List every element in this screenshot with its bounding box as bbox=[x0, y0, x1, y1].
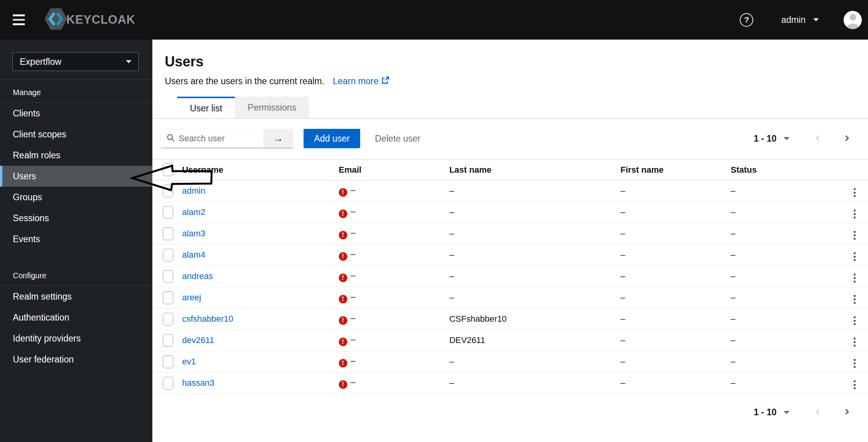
sidebar-item-events[interactable]: Events bbox=[0, 229, 152, 250]
kebab-menu-button[interactable] bbox=[850, 335, 859, 349]
last-name-value: – bbox=[449, 378, 454, 388]
user-menu-dropdown[interactable]: admin bbox=[781, 15, 819, 25]
exclamation-circle-icon bbox=[339, 274, 347, 282]
first-name-value: – bbox=[620, 357, 625, 366]
username-link[interactable]: alam2 bbox=[182, 207, 205, 217]
pagination-bottom: 1 - 10 bbox=[754, 406, 852, 419]
delete-user-button[interactable]: Delete user bbox=[375, 133, 421, 144]
sidebar-item-realm-settings[interactable]: Realm settings bbox=[0, 286, 152, 307]
tab-user-list[interactable]: User list bbox=[177, 97, 235, 118]
column-email: Email bbox=[339, 159, 449, 180]
table-row: ev1 – – – – bbox=[152, 351, 868, 373]
page-description: Users are the users in the current realm… bbox=[165, 76, 324, 87]
email-value: – bbox=[351, 228, 355, 237]
pagination-range-toggle[interactable]: 1 - 10 bbox=[754, 133, 790, 144]
pagination-prev-button[interactable] bbox=[812, 406, 824, 419]
learn-more-link[interactable]: Learn more bbox=[333, 76, 390, 87]
last-name-value: – bbox=[449, 229, 454, 238]
sidebar-item-identity-providers[interactable]: Identity providers bbox=[0, 328, 152, 349]
sidebar: Expertflow Manage Clients Client scopes … bbox=[0, 40, 152, 442]
first-name-value: – bbox=[620, 293, 625, 302]
realm-name: Expertflow bbox=[20, 57, 61, 67]
realm-selector[interactable]: Expertflow bbox=[12, 52, 139, 71]
row-checkbox[interactable] bbox=[163, 227, 173, 240]
row-checkbox[interactable] bbox=[163, 313, 173, 326]
username-link[interactable]: admin bbox=[182, 186, 205, 196]
kebab-menu-button[interactable] bbox=[850, 250, 859, 263]
pagination-range: 1 - 10 bbox=[754, 407, 777, 418]
kebab-menu-button[interactable] bbox=[850, 229, 859, 242]
username-link[interactable]: hassan3 bbox=[182, 378, 214, 388]
row-checkbox[interactable] bbox=[163, 249, 173, 262]
row-checkbox[interactable] bbox=[163, 377, 173, 390]
sidebar-item-sessions[interactable]: Sessions bbox=[0, 208, 152, 229]
main-content: Users Users are the users in the current… bbox=[152, 40, 868, 442]
sidebar-item-groups[interactable]: Groups bbox=[0, 187, 152, 208]
search-submit-arrow-icon[interactable]: → bbox=[263, 129, 293, 148]
exclamation-circle-icon bbox=[339, 338, 347, 346]
column-last-name: Last name bbox=[449, 159, 621, 180]
sidebar-item-authentication[interactable]: Authentication bbox=[0, 307, 152, 328]
row-checkbox[interactable] bbox=[163, 355, 173, 368]
email-value: – bbox=[351, 335, 355, 344]
exclamation-circle-icon bbox=[339, 316, 347, 325]
last-name-value: – bbox=[449, 271, 454, 281]
kebab-menu-button[interactable] bbox=[850, 207, 859, 221]
username-link[interactable]: csfshabber10 bbox=[182, 314, 233, 324]
kebab-menu-button[interactable] bbox=[850, 186, 859, 199]
sidebar-item-client-scopes[interactable]: Client scopes bbox=[0, 124, 152, 145]
current-username: admin bbox=[781, 15, 806, 25]
keycloak-logo[interactable]: KEYCLOAK bbox=[44, 8, 135, 32]
sidebar-item-realm-roles[interactable]: Realm roles bbox=[0, 145, 152, 166]
username-link[interactable]: alam4 bbox=[182, 250, 205, 260]
tab-permissions[interactable]: Permissions bbox=[235, 97, 309, 118]
pagination-range-toggle[interactable]: 1 - 10 bbox=[754, 407, 790, 418]
username-link[interactable]: dev2611 bbox=[182, 335, 214, 345]
exclamation-circle-icon bbox=[339, 252, 347, 261]
status-value: – bbox=[731, 186, 735, 196]
first-name-value: – bbox=[620, 186, 625, 196]
last-name-value: – bbox=[449, 357, 454, 366]
caret-down-icon bbox=[813, 18, 819, 21]
kebab-menu-button[interactable] bbox=[850, 271, 859, 285]
table-row: alam2 – – – – bbox=[152, 202, 868, 223]
row-checkbox[interactable] bbox=[163, 270, 173, 283]
sidebar-item-users[interactable]: Users bbox=[0, 166, 152, 187]
add-user-button[interactable]: Add user bbox=[304, 129, 360, 148]
pagination-prev-button[interactable] bbox=[812, 132, 824, 146]
email-value: – bbox=[351, 356, 355, 366]
email-value: – bbox=[351, 249, 355, 259]
kebab-menu-button[interactable] bbox=[850, 357, 859, 370]
sidebar-item-clients[interactable]: Clients bbox=[0, 103, 152, 124]
row-checkbox[interactable] bbox=[163, 185, 173, 198]
nav-section-configure: Configure bbox=[0, 250, 152, 286]
brand-text: KEYCLOAK bbox=[66, 13, 135, 27]
last-name-value: – bbox=[449, 186, 454, 196]
row-checkbox[interactable] bbox=[163, 334, 173, 347]
username-link[interactable]: ev1 bbox=[182, 357, 196, 366]
username-link[interactable]: alam3 bbox=[182, 229, 205, 238]
avatar[interactable] bbox=[844, 11, 862, 29]
last-name-value: CSFshabber10 bbox=[449, 314, 507, 324]
first-name-value: – bbox=[620, 271, 625, 281]
row-checkbox[interactable] bbox=[163, 206, 173, 219]
kebab-menu-button[interactable] bbox=[850, 293, 859, 306]
search-input[interactable] bbox=[179, 133, 252, 144]
status-value: – bbox=[731, 335, 735, 345]
hamburger-menu-icon[interactable] bbox=[13, 11, 31, 29]
first-name-value: – bbox=[620, 314, 625, 324]
username-link[interactable]: areej bbox=[182, 293, 201, 302]
help-icon[interactable]: ? bbox=[740, 13, 753, 27]
select-all-checkbox[interactable] bbox=[163, 163, 173, 176]
row-checkbox[interactable] bbox=[163, 291, 173, 304]
sidebar-item-user-federation[interactable]: User federation bbox=[0, 349, 152, 370]
email-value: – bbox=[351, 206, 355, 216]
status-value: – bbox=[731, 250, 735, 260]
users-table: Username Email Last name First name Stat… bbox=[152, 159, 868, 394]
username-link[interactable]: andreas bbox=[182, 271, 213, 281]
pagination-next-button[interactable] bbox=[841, 132, 852, 146]
table-row: csfshabber10 – CSFshabber10 – – bbox=[152, 309, 868, 330]
kebab-menu-button[interactable] bbox=[850, 378, 859, 392]
kebab-menu-button[interactable] bbox=[850, 314, 859, 328]
pagination-next-button[interactable] bbox=[841, 406, 852, 419]
